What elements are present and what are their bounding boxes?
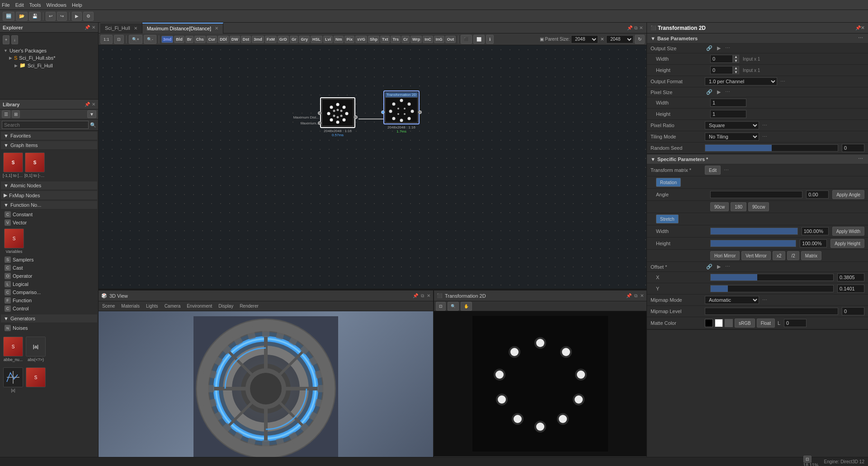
- node-type-gr[interactable]: Gr: [290, 36, 298, 43]
- view3d-content[interactable]: [99, 311, 433, 466]
- refresh-btn[interactable]: ↻: [635, 35, 645, 44]
- transform-matrix-more[interactable]: ⋯: [722, 167, 730, 174]
- zoom-in-btn[interactable]: 🔍+: [129, 35, 142, 44]
- random-seed-input[interactable]: [842, 144, 864, 152]
- transform2d-content[interactable]: [434, 311, 646, 456]
- height-percent-input[interactable]: [800, 239, 827, 247]
- pixel-ratio-more[interactable]: ⋯: [761, 122, 769, 129]
- mipmap-mode-more[interactable]: ⋯: [761, 297, 769, 304]
- node-maximum-distance[interactable]: Maximum Dist... Maximum...: [320, 97, 355, 137]
- node-type-txt[interactable]: Txt: [380, 36, 390, 43]
- list-item[interactable]: S abbe_nu...: [3, 336, 24, 363]
- matte-color-white-swatch[interactable]: [715, 319, 723, 327]
- node-type-cur[interactable]: Cur: [207, 36, 217, 43]
- list-item[interactable]: V Vector: [3, 219, 95, 227]
- tiling-mode-more[interactable]: ⋯: [761, 133, 769, 140]
- category-generators-header[interactable]: ▼ Generators: [1, 314, 97, 323]
- tiling-mode-select[interactable]: No Tiling: [705, 133, 759, 141]
- output-size-more-icon[interactable]: ⋯: [724, 45, 731, 52]
- apply-height-btn[interactable]: Apply Height: [830, 239, 864, 248]
- list-item[interactable]: C Control: [3, 304, 95, 313]
- node-output-port-1[interactable]: [354, 115, 358, 119]
- menu-display[interactable]: Display: [217, 303, 235, 309]
- menu-scene[interactable]: Scene: [100, 303, 117, 309]
- offset-x-input[interactable]: [837, 273, 864, 281]
- matrix-btn[interactable]: Matrix: [801, 251, 821, 260]
- zoom-fit-status-btn[interactable]: ⊡: [803, 456, 811, 463]
- category-favorites-header[interactable]: ▼ Favorites: [1, 132, 97, 140]
- list-item[interactable]: S: [25, 366, 46, 394]
- view-mode-btn1[interactable]: ⬛: [461, 35, 472, 44]
- search-input[interactable]: [2, 121, 89, 129]
- node-body-2[interactable]: Transformation 2D: [383, 90, 420, 124]
- rotation-btn[interactable]: Rotation: [656, 178, 681, 187]
- node-type-svg[interactable]: sVG: [355, 36, 367, 43]
- info-btn[interactable]: ℹ: [486, 35, 494, 44]
- pixel-size-icon[interactable]: 🔗: [705, 89, 714, 95]
- width-up-btn[interactable]: ▲: [733, 55, 739, 59]
- list-item[interactable]: |a| abs(<?>): [25, 336, 46, 363]
- stretch-btn[interactable]: Stretch: [656, 214, 679, 223]
- output-format-options-icon[interactable]: ⋯: [779, 78, 787, 85]
- node-type-3md[interactable]: 3md: [161, 36, 174, 43]
- pixel-height-input[interactable]: [710, 110, 746, 118]
- tree-item-scifi-sbs[interactable]: ▶ S Sci_Fi_Hull.sbs*: [2, 54, 96, 62]
- output-size-select[interactable]: 2048 1024: [606, 35, 633, 43]
- parent-size-select[interactable]: 2048 1024 512: [571, 35, 598, 43]
- t2d-pan-btn[interactable]: ✋: [461, 302, 472, 311]
- x2-btn[interactable]: x2: [773, 251, 786, 260]
- right-panel-pin-icon[interactable]: 📌: [855, 25, 861, 30]
- node-type-trs[interactable]: Trs: [391, 36, 401, 43]
- transform-matrix-edit-btn[interactable]: Edit: [705, 166, 721, 175]
- srgb-btn[interactable]: sRGB: [735, 319, 755, 328]
- transform2d-close-icon[interactable]: ✕: [640, 293, 644, 298]
- menu-camera[interactable]: Camera: [163, 303, 183, 309]
- toolbar-settings[interactable]: ⚙: [83, 12, 94, 21]
- list-item[interactable]: C Compariso...: [3, 288, 95, 296]
- library-list-view-btn[interactable]: ☰: [2, 110, 10, 118]
- menu-materials[interactable]: Materials: [119, 303, 142, 309]
- category-function-nodes-header[interactable]: ▼ Function No...: [1, 201, 97, 209]
- node-type-cr[interactable]: Cr: [401, 36, 410, 43]
- toolbar-redo[interactable]: ↪: [57, 12, 67, 21]
- tree-item-packages[interactable]: ▼ User's Packages: [2, 47, 96, 54]
- angle-input[interactable]: [806, 190, 829, 199]
- node-type-grd[interactable]: GrD: [278, 36, 289, 43]
- angle-slider[interactable]: [710, 191, 802, 198]
- tab-maximum-distance[interactable]: Maximum Distance[Distance] ✕: [142, 23, 223, 33]
- base-parameters-header[interactable]: ▼ Base Parameters ⋯: [647, 33, 868, 43]
- width-down-btn[interactable]: ▼: [733, 59, 739, 63]
- toolbar-render[interactable]: ▶: [72, 12, 82, 21]
- list-item[interactable]: S Samplers: [3, 256, 95, 264]
- node-type-pix[interactable]: Pix: [344, 36, 354, 43]
- node-body-1[interactable]: [320, 97, 355, 128]
- list-item[interactable]: S [-1,1] to [0,1]: [3, 152, 24, 179]
- output-size-link-icon[interactable]: 🔗: [705, 45, 714, 52]
- library-close-icon[interactable]: ✕: [92, 102, 95, 107]
- offset-x-slider[interactable]: [710, 274, 834, 281]
- node-type-out[interactable]: Out: [445, 36, 456, 43]
- category-graph-items-header[interactable]: ▼ Graph Items: [1, 141, 97, 150]
- width-percent-input[interactable]: [802, 227, 829, 235]
- node-type-fxm[interactable]: FxM: [265, 36, 277, 43]
- node-type-hsl[interactable]: HSL: [311, 36, 322, 43]
- view3d-detach-icon[interactable]: ⧉: [421, 293, 424, 299]
- offset-arrow-icon[interactable]: ▶: [716, 263, 722, 270]
- matte-color-input[interactable]: [784, 319, 807, 327]
- right-panel-close-icon[interactable]: ✕: [861, 25, 864, 30]
- node-type-ddl[interactable]: DDl: [218, 36, 229, 43]
- height-up-btn[interactable]: ▲: [733, 66, 739, 70]
- library-filter-btn[interactable]: ▼: [87, 110, 96, 118]
- float-btn[interactable]: Float: [757, 319, 775, 328]
- mipmap-level-slider[interactable]: [705, 308, 838, 315]
- menu-help[interactable]: Help: [72, 2, 82, 8]
- width-slider[interactable]: [710, 228, 798, 235]
- slash2-btn[interactable]: /2: [787, 251, 799, 260]
- zoom-fit-btn[interactable]: ⊡: [114, 35, 124, 44]
- explorer-close-icon[interactable]: ✕: [92, 25, 95, 30]
- node-input-port-2[interactable]: [381, 110, 385, 114]
- graph-editor-close-icon[interactable]: ✕: [639, 25, 643, 30]
- offset-more-icon[interactable]: ⋯: [724, 263, 731, 270]
- graph-editor[interactable]: Maximum Dist... Maximum...: [99, 45, 646, 290]
- node-type-ing[interactable]: InG: [434, 36, 444, 43]
